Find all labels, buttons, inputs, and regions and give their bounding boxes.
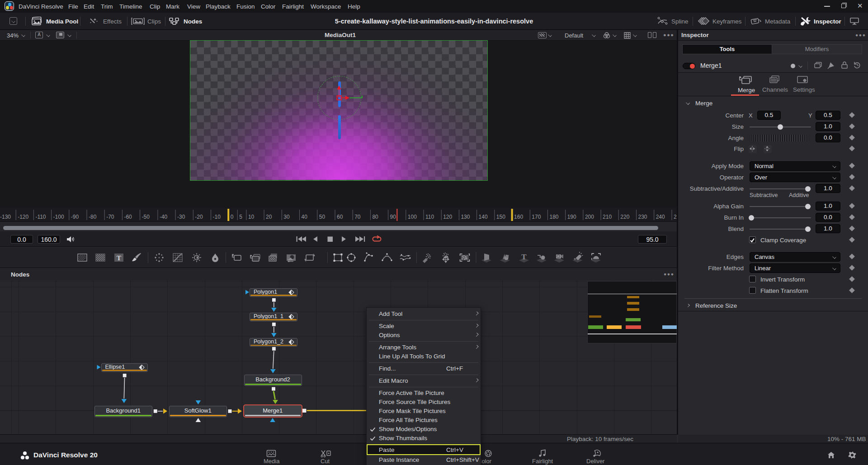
svg-text:T: T [521,253,527,261]
svg-text:T: T [117,254,121,262]
